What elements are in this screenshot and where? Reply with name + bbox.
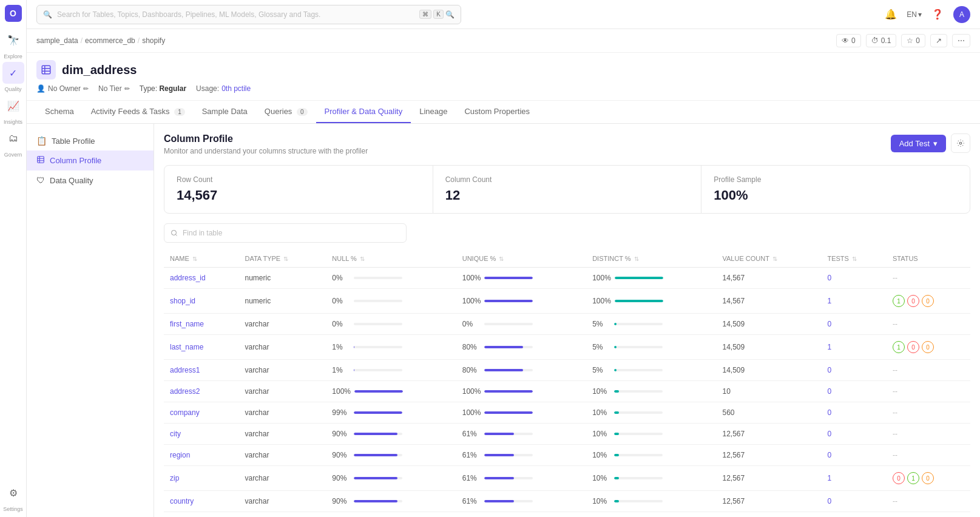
notifications-button[interactable]: 🔔 [882,6,899,23]
edit-tier-icon[interactable]: ✏ [124,85,130,93]
nav-icon-quality[interactable]: ✓ [2,62,24,84]
find-in-table-input[interactable] [164,223,407,243]
help-button[interactable]: ❓ [929,6,946,23]
tab-activity[interactable]: Activity Feeds & Tasks 1 [83,101,194,123]
panel-data-quality[interactable]: 🛡 Data Quality [27,171,154,190]
col-name-link[interactable]: first_name [170,320,204,328]
nav-insights[interactable]: 📈 Insights [0,95,26,125]
nav-icon-insights[interactable]: 📈 [2,95,24,117]
col-name-link[interactable]: city [170,430,181,438]
tests-link[interactable]: 0 [827,451,831,459]
col-header-unique-pct[interactable]: UNIQUE % ⇅ [456,250,586,268]
tab-schema[interactable]: Schema [36,101,83,123]
col-tests[interactable]: 0 [821,512,886,518]
tab-sample-data[interactable]: Sample Data [194,101,256,123]
col-tests[interactable]: 0 [821,381,886,402]
tests-link[interactable]: 1 [827,297,831,305]
share-button[interactable]: ↗ [930,34,947,47]
status-dash: -- [893,387,897,396]
col-data-type: varchar [238,512,326,518]
meta-tier[interactable]: No Tier ✏ [98,84,130,93]
col-name-link[interactable]: company [170,408,200,417]
app-logo: O [5,5,22,22]
col-name-link[interactable]: last_name [170,343,203,351]
breadcrumb-sample-data[interactable]: sample_data [36,36,78,45]
version-label: 0.1 [881,36,891,45]
col-header-name[interactable]: NAME ⇅ [164,250,238,268]
nav-explore[interactable]: 🔭 Explore [0,29,26,59]
tests-link[interactable]: 0 [827,366,831,374]
type-label: Type: [140,84,157,93]
tab-lineage[interactable]: Lineage [411,101,456,123]
col-tests[interactable]: 0 [821,314,886,335]
tests-link[interactable]: 0 [827,387,831,396]
nav-settings[interactable]: ⚙ Settings [0,482,26,512]
tab-custom[interactable]: Custom Properties [456,101,538,123]
tests-link[interactable]: 0 [827,408,831,417]
tests-link[interactable]: 0 [827,320,831,328]
col-tests[interactable]: 0 [821,491,886,512]
panel-table-profile[interactable]: 📋 Table Profile [27,131,154,150]
nav-icon-settings[interactable]: ⚙ [2,482,24,504]
breadcrumb-ecommerce[interactable]: ecommerce_db [85,36,135,45]
edit-owner-icon[interactable]: ✏ [83,85,89,93]
col-value-count: 14,509 [717,314,822,335]
nav-govern[interactable]: 🗂 Govern [0,127,26,158]
avatar[interactable]: A [953,6,970,23]
star-button[interactable]: ☆ 0 [901,34,925,47]
kbd-k: K [433,10,444,19]
col-tests[interactable]: 0 [821,424,886,445]
col-name-link[interactable]: country [170,497,194,505]
col-header-value-count[interactable]: VALUE COUNT ⇅ [717,250,822,268]
add-test-button[interactable]: Add Test ▾ [891,135,946,152]
col-header-null-pct[interactable]: NULL % ⇅ [326,250,456,268]
col-unique-pct: 61% [456,491,586,512]
col-header-status[interactable]: STATUS [887,250,970,268]
search-bar[interactable]: 🔍 Search for Tables, Topics, Dashboards,… [36,5,461,24]
col-tests[interactable]: 0 [821,268,886,289]
col-name-link[interactable]: address1 [170,366,200,374]
tests-link[interactable]: 0 [827,430,831,438]
col-name-link[interactable]: address2 [170,387,200,396]
version-button[interactable]: ⏱ 0.1 [866,34,897,47]
tabs-bar: Schema Activity Feeds & Tasks 1 Sample D… [27,101,980,124]
breadcrumb-shopify[interactable]: shopify [142,36,165,45]
col-name-link[interactable]: shop_id [170,297,195,305]
tests-link[interactable]: 0 [827,497,831,505]
nav-quality[interactable]: ✓ Quality [0,62,26,92]
col-header-tests[interactable]: TESTS ⇅ [821,250,886,268]
col-name-link[interactable]: zip [170,474,179,482]
col-data-type: numeric [238,268,326,289]
settings-config-button[interactable] [951,133,970,153]
row-count-value: 14,567 [177,188,421,203]
tab-profiler[interactable]: Profiler & Data Quality [316,101,411,123]
more-button[interactable]: ⋯ [952,34,970,47]
col-tests[interactable]: 0 [821,360,886,381]
language-selector[interactable]: EN ▾ [907,10,922,19]
breadcrumb-bar: sample_data / ecommerce_db / shopify 👁 0… [27,29,980,53]
col-distinct-pct: 100% [586,289,716,314]
nav-icon-govern[interactable]: 🗂 [2,127,24,149]
meta-owner[interactable]: 👤 No Owner ✏ [36,84,89,93]
tests-link[interactable]: 1 [827,474,831,482]
col-tests[interactable]: 0 [821,402,886,424]
col-tests[interactable]: 0 [821,445,886,466]
col-tests[interactable]: 1 [821,289,886,314]
col-value-count: 12,567 [717,491,822,512]
col-header-distinct-pct[interactable]: DISTINCT % ⇅ [586,250,716,268]
col-tests[interactable]: 1 [821,466,886,491]
watch-button[interactable]: 👁 0 [836,34,861,47]
col-unique-pct: 100% [456,512,586,518]
col-unique-pct: 100% [456,289,586,314]
col-name-link[interactable]: region [170,451,190,459]
status-dash: -- [893,366,897,374]
col-header-data-type[interactable]: DATA TYPE ⇅ [238,250,326,268]
nav-icon-explore[interactable]: 🔭 [2,29,24,51]
tests-link[interactable]: 1 [827,343,831,351]
col-tests[interactable]: 1 [821,335,886,360]
col-name-link[interactable]: address_id [170,274,206,282]
search-placeholder: Search for Tables, Topics, Dashboards, P… [57,10,320,19]
tab-queries[interactable]: Queries 0 [256,101,316,123]
panel-column-profile[interactable]: Column Profile [27,150,154,171]
tests-link[interactable]: 0 [827,274,831,282]
